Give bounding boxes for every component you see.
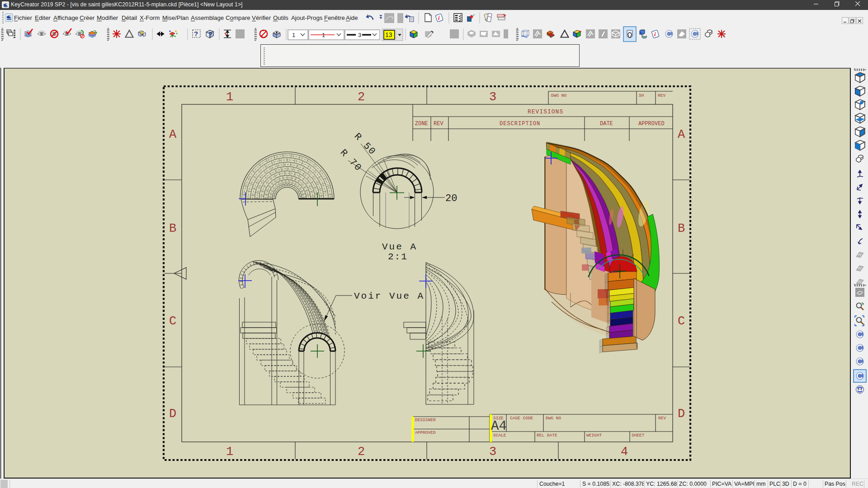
- svg-text:DESCRIPTION: DESCRIPTION: [500, 121, 540, 127]
- svg-text:1: 1: [226, 445, 233, 459]
- svg-text:B: B: [169, 222, 176, 235]
- svg-text:3: 3: [489, 445, 496, 459]
- svg-text:A: A: [678, 128, 685, 141]
- svg-text:REV: REV: [434, 121, 443, 127]
- svg-text:A: A: [169, 128, 177, 141]
- svg-text:DWG NO: DWG NO: [551, 93, 567, 98]
- svg-text:ZONE: ZONE: [415, 121, 428, 127]
- svg-text:REV: REV: [658, 416, 666, 421]
- svg-text:APPROVED: APPROVED: [638, 121, 665, 127]
- svg-text:REV: REV: [658, 93, 665, 98]
- svg-text:13: 13: [385, 31, 392, 38]
- svg-text:Vue A: Vue A: [382, 242, 417, 252]
- svg-text:2: 2: [358, 90, 365, 104]
- svg-text:3: 3: [489, 90, 496, 104]
- svg-text:2: 2: [358, 445, 365, 459]
- svg-text:A4: A4: [491, 419, 507, 434]
- svg-text:1: 1: [226, 90, 233, 104]
- svg-text:CAGE CODE: CAGE CODE: [510, 416, 533, 421]
- svg-text:DATE: DATE: [600, 121, 613, 127]
- svg-text:SH: SH: [639, 93, 644, 98]
- svg-text:i: i: [654, 31, 656, 38]
- svg-text:D: D: [678, 407, 685, 421]
- svg-text:R 70: R 70: [338, 147, 364, 174]
- svg-text:20: 20: [445, 193, 457, 204]
- svg-text:Voir Vue A: Voir Vue A: [354, 291, 425, 301]
- svg-text:DWG NO: DWG NO: [546, 416, 561, 421]
- svg-text:R 50: R 50: [352, 131, 378, 157]
- svg-text:SHEET: SHEET: [632, 433, 645, 438]
- svg-text:REVISIONS: REVISIONS: [528, 108, 563, 115]
- svg-text:?: ?: [208, 31, 212, 38]
- svg-text:1: 1: [292, 32, 295, 38]
- svg-text:C: C: [678, 314, 685, 328]
- svg-text:3: 3: [358, 32, 361, 38]
- svg-text:APPROVED: APPROVED: [415, 430, 436, 435]
- svg-text:REL DATE: REL DATE: [537, 433, 557, 438]
- svg-text:C: C: [169, 314, 176, 328]
- svg-text:1: 1: [322, 32, 325, 38]
- svg-text:WEIGHT: WEIGHT: [586, 433, 602, 438]
- svg-text:?: ?: [194, 30, 198, 38]
- svg-text:4: 4: [621, 445, 628, 459]
- svg-text:D: D: [169, 407, 176, 421]
- svg-text:B: B: [678, 222, 685, 235]
- svg-text:DESIGNER: DESIGNER: [415, 418, 436, 422]
- svg-text:i: i: [438, 14, 440, 21]
- svg-text:2:1: 2:1: [388, 252, 408, 262]
